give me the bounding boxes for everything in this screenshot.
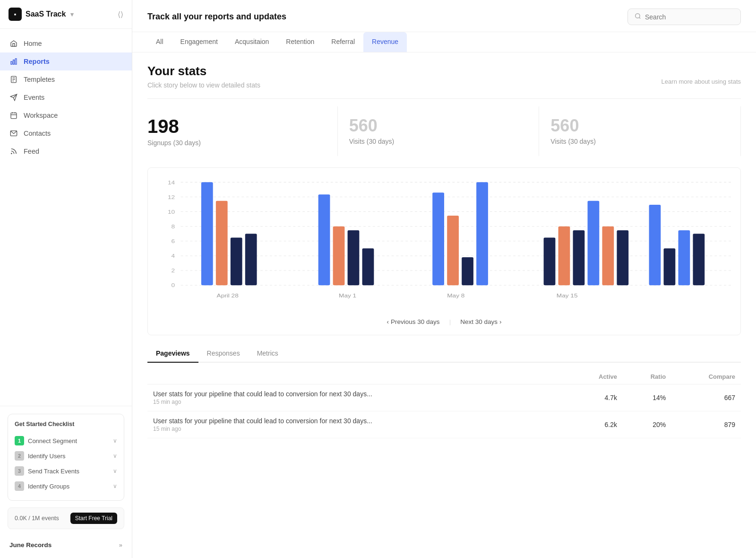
main-content: Track all your reports and updates All E… xyxy=(132,0,756,558)
col-header-description xyxy=(147,369,568,384)
sidebar-item-reports[interactable]: Reports xyxy=(0,52,132,70)
col-header-ratio: Ratio xyxy=(623,369,671,384)
table-tab-pageviews[interactable]: Pageviews xyxy=(147,345,198,363)
sidebar-workspace-row[interactable]: June Records » xyxy=(8,536,124,550)
row-2-compare: 879 xyxy=(671,411,741,438)
checklist-item-4[interactable]: 4 Identify Groups ∨ xyxy=(15,479,117,494)
sidebar-item-feed[interactable]: Feed xyxy=(0,142,132,160)
search-box[interactable] xyxy=(627,9,741,25)
sidebar-item-contacts[interactable]: Contacts xyxy=(0,124,132,142)
svg-rect-39 xyxy=(333,227,345,285)
sidebar-logo[interactable]: ▪ SaaS Track ▾ xyxy=(9,8,74,21)
svg-rect-52 xyxy=(588,201,600,285)
next-period-button[interactable]: Next 30 days › xyxy=(453,315,509,328)
visits1-label: Visits (30 days) xyxy=(349,138,528,145)
stats-link[interactable]: Learn more about using stats xyxy=(662,78,741,85)
col-header-active: Active xyxy=(568,369,623,384)
visits2-number: 560 xyxy=(550,116,729,136)
svg-rect-45 xyxy=(462,257,473,285)
tab-all[interactable]: All xyxy=(147,32,172,52)
svg-rect-58 xyxy=(693,234,704,285)
visits1-number: 560 xyxy=(349,116,528,136)
stats-cards: 198 Signups (30 days) 560 Visits (30 day… xyxy=(147,106,741,156)
svg-text:May 8: May 8 xyxy=(447,293,464,299)
svg-rect-54 xyxy=(617,230,628,285)
checklist-item-3[interactable]: 3 Send Track Events ∨ xyxy=(15,463,117,479)
events-usage-bar[interactable]: 0.0K / 1M events Start Free Trial xyxy=(8,507,124,529)
checklist-num-3: 3 xyxy=(15,466,24,476)
svg-text:4: 4 xyxy=(172,253,175,259)
tab-referral[interactable]: Referral xyxy=(323,32,363,52)
sidebar-item-templates[interactable]: Templetes xyxy=(0,70,132,88)
app-dropdown-icon[interactable]: ▾ xyxy=(70,11,74,18)
svg-text:14: 14 xyxy=(168,180,175,186)
svg-rect-2 xyxy=(15,59,17,64)
checklist-num-2: 2 xyxy=(15,451,24,461)
checklist-label-1: Connect Segment xyxy=(28,437,77,445)
tab-acquisition[interactable]: Acqusitaion xyxy=(226,32,277,52)
stat-card-signups: 198 Signups (30 days) xyxy=(147,106,338,156)
sidebar-collapse-button[interactable]: ⟨⟩ xyxy=(118,10,123,19)
svg-rect-33 xyxy=(201,182,213,285)
search-icon xyxy=(635,13,641,21)
page-title: Track all your reports and updates xyxy=(147,12,286,22)
checklist-label-4: Identify Groups xyxy=(28,483,69,490)
svg-line-16 xyxy=(639,17,641,19)
stat-card-visits-2: 560 Visits (30 days) xyxy=(539,106,741,156)
row-1-description: User stats for your pipeline that could … xyxy=(147,384,568,411)
checklist-title: Get Started Checklist xyxy=(15,421,117,427)
search-input[interactable] xyxy=(645,13,734,21)
sidebar-item-workspace[interactable]: Workspace xyxy=(0,106,132,124)
file-icon xyxy=(9,75,18,84)
svg-rect-56 xyxy=(664,248,676,285)
data-table: Active Ratio Compare User stats for your… xyxy=(147,369,741,438)
chevron-down-icon-2: ∨ xyxy=(113,453,117,459)
sidebar-item-home-label: Home xyxy=(24,40,42,47)
checklist-label-3: Send Track Events xyxy=(28,468,79,475)
tab-revenue[interactable]: Revenue xyxy=(363,32,407,52)
svg-text:May 1: May 1 xyxy=(339,293,356,299)
svg-text:0: 0 xyxy=(172,282,175,288)
app-name: SaaS Track xyxy=(26,10,66,18)
row-2-ratio: 20% xyxy=(623,411,671,438)
logo-icon: ▪ xyxy=(9,8,22,21)
svg-rect-47 xyxy=(476,182,488,285)
tab-engagement[interactable]: Engagement xyxy=(172,32,226,52)
table-tab-responses[interactable]: Responses xyxy=(198,345,249,363)
table-tab-metrics[interactable]: Metrics xyxy=(249,345,287,363)
start-free-trial-button[interactable]: Start Free Trial xyxy=(70,513,117,524)
svg-text:2: 2 xyxy=(172,268,175,274)
workspace-label: June Records xyxy=(9,541,52,549)
svg-rect-40 xyxy=(348,230,360,285)
chevron-down-icon-4: ∨ xyxy=(113,483,117,489)
svg-point-15 xyxy=(636,14,640,18)
checklist-item-1[interactable]: 1 Connect Segment ∨ xyxy=(15,433,117,448)
mail-icon xyxy=(9,129,18,138)
sidebar-item-home[interactable]: Home xyxy=(0,35,132,52)
content-area: Your stats Click story below to view det… xyxy=(132,52,756,558)
sidebar-header: ▪ SaaS Track ▾ ⟨⟩ xyxy=(0,0,132,29)
home-icon xyxy=(9,39,18,48)
table-section: Pageviews Responses Metrics Active Ratio… xyxy=(147,345,741,438)
svg-rect-44 xyxy=(447,216,459,285)
svg-rect-35 xyxy=(231,238,242,286)
checklist-label-2: Identify Users xyxy=(28,453,65,460)
table-tabs: Pageviews Responses Metrics xyxy=(147,345,741,363)
checklist-item-2[interactable]: 2 Identify Users ∨ xyxy=(15,448,117,463)
events-usage-text: 0.0K / 1M events xyxy=(15,515,59,522)
row-2-active: 6.2k xyxy=(568,411,623,438)
svg-rect-9 xyxy=(11,113,17,119)
prev-period-button[interactable]: ‹ Previous 30 days xyxy=(379,315,447,328)
svg-rect-36 xyxy=(245,234,257,285)
calendar-icon xyxy=(9,111,18,120)
signups-label: Signups (30 days) xyxy=(147,139,326,147)
sidebar-item-templates-label: Templetes xyxy=(24,76,55,83)
svg-rect-55 xyxy=(649,205,661,285)
svg-text:6: 6 xyxy=(172,238,175,244)
chart-nav: ‹ Previous 30 days | Next 30 days › xyxy=(157,310,731,330)
sidebar-item-events[interactable]: Events xyxy=(0,88,132,106)
chevron-left-icon: ‹ xyxy=(387,318,389,325)
chart-nav-divider: | xyxy=(449,318,451,325)
stats-divider xyxy=(147,98,741,99)
tab-retention[interactable]: Retention xyxy=(277,32,323,52)
